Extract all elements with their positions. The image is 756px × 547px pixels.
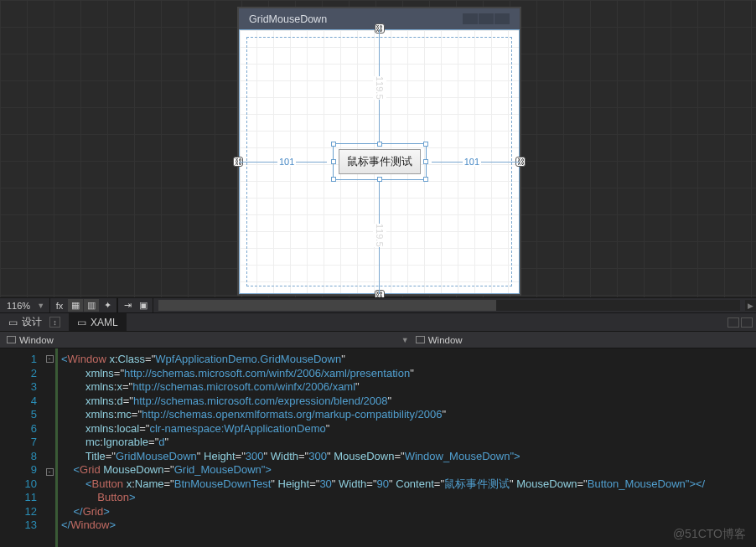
- tab-design[interactable]: ▭ 设计 ↕: [0, 313, 69, 331]
- design-window[interactable]: GridMouseDown ⛓ ⛓ ⛓ ⛓ 119.5 119.5 101 10…: [237, 7, 521, 296]
- zoom-dropdown-icon[interactable]: ▼: [37, 302, 44, 310]
- scroll-right-icon[interactable]: ▶: [745, 300, 756, 311]
- margin-value-top: 119.5: [373, 76, 386, 100]
- margin-value-bottom: 119.5: [373, 224, 386, 247]
- design-button[interactable]: 鼠标事件测试: [339, 149, 421, 174]
- grid-toggle-icon[interactable]: ▦: [68, 299, 83, 312]
- breadcrumb-right-label: Window: [428, 335, 463, 345]
- split-horizontal-icon[interactable]: [741, 317, 753, 328]
- horizontal-scrollbar[interactable]: [158, 300, 740, 311]
- design-icon: ▭: [8, 317, 18, 328]
- scrollbar-thumb[interactable]: [158, 300, 495, 311]
- split-tab-bar: ▭ 设计 ↕ ▭ XAML: [0, 313, 756, 332]
- code-behind-icon[interactable]: ▣: [136, 299, 151, 312]
- design-client-area[interactable]: ⛓ ⛓ ⛓ ⛓ 119.5 119.5 101 101 鼠标事件测试: [239, 29, 520, 294]
- split-vertical-icon[interactable]: [728, 317, 739, 328]
- lock-toggle-icon[interactable]: ⇥: [120, 299, 135, 312]
- tab-design-label: 设计: [22, 315, 42, 329]
- tab-xaml[interactable]: ▭ XAML: [69, 313, 127, 331]
- breadcrumb-dropdown-icon[interactable]: ▼: [401, 336, 409, 344]
- designer-surface[interactable]: GridMouseDown ⛓ ⛓ ⛓ ⛓ 119.5 119.5 101 10…: [0, 0, 756, 297]
- swap-panes-icon[interactable]: ↕: [49, 317, 60, 328]
- design-button-label: 鼠标事件测试: [347, 155, 412, 169]
- margin-value-right: 101: [463, 157, 481, 167]
- element-icon: [416, 336, 425, 343]
- breadcrumb-left-label: Window: [19, 335, 54, 345]
- design-window-title: GridMouseDown: [249, 13, 327, 25]
- breadcrumb-right[interactable]: Window: [409, 335, 469, 345]
- effects-toggle[interactable]: fx: [52, 299, 67, 312]
- line-number-gutter: 123 456 789 101112 13: [0, 348, 44, 547]
- element-icon: [7, 336, 16, 343]
- tab-xaml-label: XAML: [91, 317, 118, 328]
- min-icon: [463, 13, 478, 24]
- xaml-breadcrumb: Window ▼ Window: [0, 332, 756, 348]
- designer-toolbar: 116% ▼ fx ▦ ▥ ✦ ⇥ ▣ ▶: [0, 297, 756, 313]
- watermark: @51CTO博客: [673, 527, 746, 542]
- xaml-icon: ▭: [77, 317, 86, 328]
- zoom-level[interactable]: 116%: [0, 301, 37, 311]
- margin-value-left: 101: [277, 157, 296, 167]
- snaplines-toggle-icon[interactable]: ✦: [100, 299, 115, 312]
- breadcrumb-left[interactable]: Window: [0, 335, 60, 345]
- snap-toggle-icon[interactable]: ▥: [84, 299, 99, 312]
- code-content[interactable]: <Window x:Class="WpfApplicationDemo.Grid…: [55, 348, 756, 547]
- xaml-editor[interactable]: 123 456 789 101112 13 - - <Window x:Clas…: [0, 348, 756, 547]
- max-icon: [479, 13, 494, 24]
- fold-toggle-icon[interactable]: -: [46, 355, 54, 363]
- fold-toggle-icon[interactable]: -: [46, 468, 54, 476]
- close-icon: [495, 13, 510, 24]
- window-caption-buttons: [463, 13, 510, 24]
- fold-gutter[interactable]: - -: [44, 348, 55, 547]
